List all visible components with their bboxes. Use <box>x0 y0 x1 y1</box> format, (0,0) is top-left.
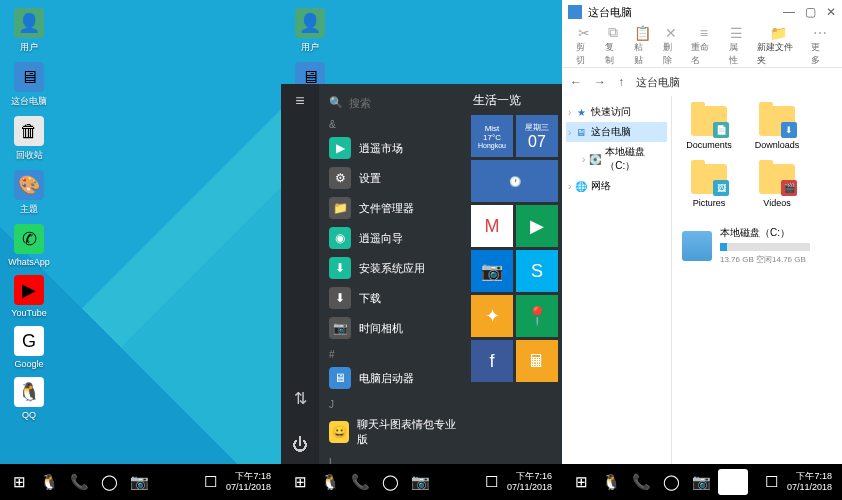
app-list-item[interactable]: 📁文件管理器 <box>325 193 461 223</box>
power-icon[interactable]: ⏻ <box>292 436 308 454</box>
toolbar-重命名[interactable]: ≡重命名 <box>691 25 716 67</box>
tile-calendar[interactable]: 星期三 07 <box>516 115 558 157</box>
tree-label: 网络 <box>591 179 611 193</box>
taskbar-phone-icon[interactable]: 📞 <box>628 469 654 495</box>
app-list-letter[interactable]: # <box>329 349 457 360</box>
close-button[interactable]: ✕ <box>826 5 836 19</box>
breadcrumb[interactable]: 这台电脑 <box>636 75 680 90</box>
start-button[interactable]: ⊞ <box>6 469 32 495</box>
desktop-icon[interactable]: 🗑回收站 <box>5 116 53 162</box>
app-label: 回收站 <box>16 149 43 162</box>
app-list-item[interactable]: 😀聊天斗图表情包专业版 <box>325 413 461 451</box>
taskbar-clock[interactable]: 下午7:18 07/11/2018 <box>226 471 271 493</box>
toolbar-新建文件夹[interactable]: 📁新建文件夹 <box>757 25 799 67</box>
tile-skype[interactable]: S <box>516 250 558 292</box>
toolbar-删除[interactable]: ✕删除 <box>663 25 680 67</box>
tool-icon: 📋 <box>634 25 651 41</box>
tile-clock[interactable]: 🕐 <box>471 160 558 202</box>
taskbar-back-icon[interactable]: ☐ <box>198 469 224 495</box>
folder-item[interactable]: 🖼Pictures <box>682 164 736 208</box>
taskbar-back-icon[interactable]: ☐ <box>759 469 785 495</box>
app-label: WhatsApp <box>8 257 50 267</box>
desktop-icon[interactable]: 🎨主题 <box>5 170 53 216</box>
tool-icon: 📁 <box>770 25 787 41</box>
taskbar-clock[interactable]: 下午7:18 07/11/2018 <box>787 471 832 493</box>
minimize-button[interactable]: — <box>783 5 795 19</box>
folder-item[interactable]: 📄Documents <box>682 106 736 150</box>
app-list-item[interactable]: ◉逍遥向导 <box>325 223 461 253</box>
sort-icon[interactable]: ⇅ <box>294 389 307 408</box>
folder-item[interactable]: 🎬Videos <box>750 164 804 208</box>
desktop-icon[interactable]: 🐧QQ <box>5 377 53 420</box>
search-bar[interactable]: 🔍 <box>325 92 461 113</box>
drive-item[interactable]: 本地磁盘（C:） 13.76 GB 空闲14.76 GB <box>682 226 832 265</box>
toolbar-更多[interactable]: ⋯更多 <box>811 25 828 67</box>
desktop-icon[interactable]: GGoogle <box>5 326 53 369</box>
tool-label: 更多 <box>811 41 828 67</box>
desktop-icon[interactable]: ✆WhatsApp <box>5 224 53 267</box>
start-button[interactable]: ⊞ <box>287 469 313 495</box>
toolbar-复制[interactable]: ⧉复制 <box>605 24 622 67</box>
app-icon: ⬇ <box>329 257 351 279</box>
app-list-item[interactable]: 🖥电脑启动器 <box>325 363 461 393</box>
desktop-icon[interactable]: ▶YouTube <box>5 275 53 318</box>
hamburger-icon[interactable]: ≡ <box>295 92 304 110</box>
toolbar-粘贴[interactable]: 📋粘贴 <box>634 25 651 67</box>
tile-camera[interactable]: 📷 <box>471 250 513 292</box>
nav-up-icon[interactable]: ↑ <box>618 75 624 89</box>
app-icon: 🐧 <box>14 377 44 407</box>
desktop-icon[interactable]: 👤用户 <box>5 8 53 54</box>
app-list-letter[interactable]: & <box>329 119 457 130</box>
tile-photos[interactable]: ✦ <box>471 295 513 337</box>
tree-item[interactable]: ›★快速访问 <box>566 102 667 122</box>
tile-calculator[interactable]: 🖩 <box>516 340 558 382</box>
drive-usage-bar <box>720 243 810 251</box>
desktop-icon[interactable]: 🖥这台电脑 <box>5 62 53 108</box>
app-list-letter[interactable]: J <box>329 399 457 410</box>
taskbar-chrome-icon[interactable]: ◯ <box>96 469 122 495</box>
tile-gmail[interactable]: M <box>471 205 513 247</box>
app-icon: 🖥 <box>329 367 351 389</box>
taskbar-camera-icon[interactable]: 📷 <box>126 469 152 495</box>
app-list-item[interactable]: ⚙设置 <box>325 163 461 193</box>
taskbar-qq-icon[interactable]: 🐧 <box>598 469 624 495</box>
taskbar-phone-icon[interactable]: 📞 <box>66 469 92 495</box>
taskbar-time: 下午7:18 <box>226 471 271 482</box>
nav-forward-icon[interactable]: → <box>594 75 606 89</box>
tile-play[interactable]: ▶ <box>516 205 558 247</box>
tile-maps[interactable]: 📍 <box>516 295 558 337</box>
toolbar-剪切[interactable]: ✂剪切 <box>576 25 593 67</box>
tile-weather[interactable]: Mist 17°C Hongkou <box>471 115 513 157</box>
taskbar-phone-icon[interactable]: 📞 <box>347 469 373 495</box>
folder-icon: 🖼 <box>691 164 727 194</box>
tree-item[interactable]: ›🌐网络 <box>566 176 667 196</box>
app-label: 这台电脑 <box>11 95 47 108</box>
desktop-icon[interactable]: 👤用户 <box>286 8 334 54</box>
taskbar-explorer-icon[interactable] <box>718 469 748 495</box>
app-list-item[interactable]: ⬇安装系统应用 <box>325 253 461 283</box>
tree-item[interactable]: ›🖥这台电脑 <box>566 122 667 142</box>
maximize-button[interactable]: ▢ <box>805 5 816 19</box>
taskbar-camera-icon[interactable]: 📷 <box>688 469 714 495</box>
taskbar-chrome-icon[interactable]: ◯ <box>658 469 684 495</box>
app-list-letter[interactable]: L <box>329 457 457 464</box>
tree-item[interactable]: ›💽本地磁盘（C:） <box>566 142 667 176</box>
search-input[interactable] <box>349 97 449 109</box>
app-label: 设置 <box>359 171 381 186</box>
app-list-item[interactable]: ▶逍遥市场 <box>325 133 461 163</box>
folder-label: Pictures <box>693 198 726 208</box>
tile-facebook[interactable]: f <box>471 340 513 382</box>
taskbar-chrome-icon[interactable]: ◯ <box>377 469 403 495</box>
taskbar-back-icon[interactable]: ☐ <box>479 469 505 495</box>
taskbar-camera-icon[interactable]: 📷 <box>407 469 433 495</box>
toolbar-属性[interactable]: ☰属性 <box>729 25 746 67</box>
taskbar-clock[interactable]: 下午7:16 07/11/2018 <box>507 471 552 493</box>
folder-item[interactable]: ⬇Downloads <box>750 106 804 150</box>
taskbar-qq-icon[interactable]: 🐧 <box>36 469 62 495</box>
taskbar-qq-icon[interactable]: 🐧 <box>317 469 343 495</box>
start-button[interactable]: ⊞ <box>568 469 594 495</box>
app-list-item[interactable]: 📷时间相机 <box>325 313 461 343</box>
nav-back-icon[interactable]: ← <box>570 75 582 89</box>
app-list-item[interactable]: ⬇下载 <box>325 283 461 313</box>
app-label: QQ <box>22 410 36 420</box>
